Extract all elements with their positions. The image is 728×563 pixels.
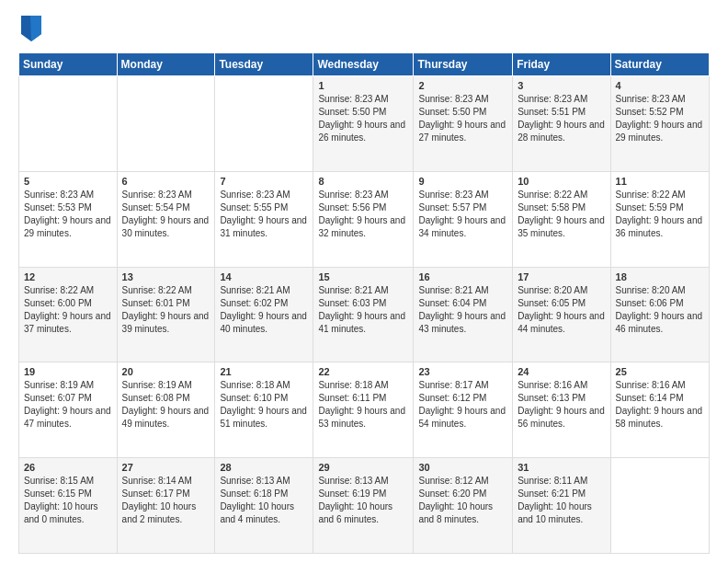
- day-cell: [215, 76, 313, 172]
- day-number: 13: [122, 271, 210, 282]
- day-info: Sunrise: 8:23 AMSunset: 5:54 PMDaylight:…: [122, 189, 210, 240]
- day-number: 23: [418, 366, 507, 377]
- day-number: 28: [220, 462, 308, 473]
- day-info: Sunrise: 8:14 AMSunset: 6:17 PMDaylight:…: [122, 475, 210, 526]
- day-number: 10: [518, 176, 605, 187]
- header: [18, 15, 710, 41]
- day-info: Sunrise: 8:23 AMSunset: 5:52 PMDaylight:…: [616, 93, 704, 144]
- day-number: 6: [122, 176, 210, 187]
- day-info: Sunrise: 8:19 AMSunset: 6:07 PMDaylight:…: [24, 379, 112, 431]
- day-info: Sunrise: 8:21 AMSunset: 6:02 PMDaylight:…: [220, 284, 308, 336]
- day-number: 19: [24, 366, 112, 377]
- day-number: 18: [616, 271, 704, 282]
- day-number: 14: [220, 271, 308, 282]
- day-cell: 30Sunrise: 8:12 AMSunset: 6:20 PMDayligh…: [414, 458, 513, 554]
- day-number: 8: [318, 176, 408, 187]
- day-info: Sunrise: 8:12 AMSunset: 6:20 PMDaylight:…: [418, 475, 507, 526]
- day-cell: 13Sunrise: 8:22 AMSunset: 6:01 PMDayligh…: [117, 267, 215, 362]
- day-info: Sunrise: 8:22 AMSunset: 6:01 PMDaylight:…: [122, 284, 210, 336]
- day-number: 2: [418, 80, 507, 91]
- day-info: Sunrise: 8:17 AMSunset: 6:12 PMDaylight:…: [418, 379, 507, 431]
- day-number: 17: [518, 271, 605, 282]
- day-info: Sunrise: 8:16 AMSunset: 6:14 PMDaylight:…: [616, 379, 704, 431]
- day-number: 4: [616, 80, 704, 91]
- week-row-3: 12Sunrise: 8:22 AMSunset: 6:00 PMDayligh…: [19, 267, 710, 362]
- day-number: 9: [418, 176, 507, 187]
- day-info: Sunrise: 8:18 AMSunset: 6:10 PMDaylight:…: [220, 379, 308, 431]
- day-info: Sunrise: 8:16 AMSunset: 6:13 PMDaylight:…: [518, 379, 605, 431]
- day-cell: 7Sunrise: 8:23 AMSunset: 5:55 PMDaylight…: [215, 171, 313, 267]
- day-info: Sunrise: 8:23 AMSunset: 5:53 PMDaylight:…: [24, 189, 112, 240]
- week-row-5: 26Sunrise: 8:15 AMSunset: 6:15 PMDayligh…: [19, 458, 710, 554]
- day-info: Sunrise: 8:22 AMSunset: 5:59 PMDaylight:…: [616, 189, 704, 240]
- day-info: Sunrise: 8:23 AMSunset: 5:55 PMDaylight:…: [220, 189, 308, 240]
- day-number: 29: [318, 462, 408, 473]
- day-cell: 2Sunrise: 8:23 AMSunset: 5:50 PMDaylight…: [414, 76, 513, 172]
- day-info: Sunrise: 8:20 AMSunset: 6:05 PMDaylight:…: [518, 284, 605, 336]
- day-info: Sunrise: 8:23 AMSunset: 5:51 PMDaylight:…: [518, 93, 605, 144]
- day-info: Sunrise: 8:19 AMSunset: 6:08 PMDaylight:…: [122, 379, 210, 431]
- day-cell: 31Sunrise: 8:11 AMSunset: 6:21 PMDayligh…: [513, 458, 610, 554]
- calendar-body: 1Sunrise: 8:23 AMSunset: 5:50 PMDaylight…: [19, 76, 710, 554]
- day-number: 7: [220, 176, 308, 187]
- weekday-header-wednesday: Wednesday: [313, 53, 414, 76]
- day-info: Sunrise: 8:13 AMSunset: 6:18 PMDaylight:…: [220, 475, 308, 526]
- day-number: 5: [24, 176, 112, 187]
- day-number: 3: [518, 80, 605, 91]
- day-cell: 21Sunrise: 8:18 AMSunset: 6:10 PMDayligh…: [215, 362, 313, 458]
- day-info: Sunrise: 8:13 AMSunset: 6:19 PMDaylight:…: [318, 475, 408, 526]
- day-cell: 3Sunrise: 8:23 AMSunset: 5:51 PMDaylight…: [513, 76, 610, 172]
- weekday-header-saturday: Saturday: [610, 53, 709, 76]
- day-cell: [610, 458, 709, 554]
- day-number: 11: [616, 176, 704, 187]
- day-info: Sunrise: 8:11 AMSunset: 6:21 PMDaylight:…: [518, 475, 605, 526]
- day-cell: [19, 76, 118, 172]
- day-cell: 29Sunrise: 8:13 AMSunset: 6:19 PMDayligh…: [313, 458, 414, 554]
- day-cell: 4Sunrise: 8:23 AMSunset: 5:52 PMDaylight…: [610, 76, 709, 172]
- day-info: Sunrise: 8:22 AMSunset: 5:58 PMDaylight:…: [518, 189, 605, 240]
- day-info: Sunrise: 8:22 AMSunset: 6:00 PMDaylight:…: [24, 284, 112, 336]
- day-info: Sunrise: 8:23 AMSunset: 5:50 PMDaylight:…: [418, 93, 507, 144]
- weekday-header-friday: Friday: [513, 53, 610, 76]
- day-number: 21: [220, 366, 308, 377]
- weekday-row: SundayMondayTuesdayWednesdayThursdayFrid…: [19, 53, 710, 76]
- day-number: 27: [122, 462, 210, 473]
- day-cell: 19Sunrise: 8:19 AMSunset: 6:07 PMDayligh…: [19, 362, 118, 458]
- day-info: Sunrise: 8:20 AMSunset: 6:06 PMDaylight:…: [616, 284, 704, 336]
- day-cell: 22Sunrise: 8:18 AMSunset: 6:11 PMDayligh…: [313, 362, 414, 458]
- day-info: Sunrise: 8:23 AMSunset: 5:56 PMDaylight:…: [318, 189, 408, 240]
- weekday-header-sunday: Sunday: [19, 53, 118, 76]
- day-number: 24: [518, 366, 605, 377]
- day-cell: 14Sunrise: 8:21 AMSunset: 6:02 PMDayligh…: [215, 267, 313, 362]
- day-cell: 16Sunrise: 8:21 AMSunset: 6:04 PMDayligh…: [414, 267, 513, 362]
- day-cell: 24Sunrise: 8:16 AMSunset: 6:13 PMDayligh…: [513, 362, 610, 458]
- day-number: 12: [24, 271, 112, 282]
- day-number: 22: [318, 366, 408, 377]
- day-cell: 28Sunrise: 8:13 AMSunset: 6:18 PMDayligh…: [215, 458, 313, 554]
- weekday-header-tuesday: Tuesday: [215, 53, 313, 76]
- day-number: 16: [418, 271, 507, 282]
- day-cell: 8Sunrise: 8:23 AMSunset: 5:56 PMDaylight…: [313, 171, 414, 267]
- day-info: Sunrise: 8:15 AMSunset: 6:15 PMDaylight:…: [24, 475, 112, 526]
- day-number: 26: [24, 462, 112, 473]
- day-cell: 23Sunrise: 8:17 AMSunset: 6:12 PMDayligh…: [414, 362, 513, 458]
- day-number: 15: [318, 271, 408, 282]
- day-number: 20: [122, 366, 210, 377]
- day-info: Sunrise: 8:21 AMSunset: 6:04 PMDaylight:…: [418, 284, 507, 336]
- calendar-table: SundayMondayTuesdayWednesdayThursdayFrid…: [18, 52, 710, 554]
- day-cell: 25Sunrise: 8:16 AMSunset: 6:14 PMDayligh…: [610, 362, 709, 458]
- day-cell: 1Sunrise: 8:23 AMSunset: 5:50 PMDaylight…: [313, 76, 414, 172]
- day-cell: 10Sunrise: 8:22 AMSunset: 5:58 PMDayligh…: [513, 171, 610, 267]
- day-cell: 17Sunrise: 8:20 AMSunset: 6:05 PMDayligh…: [513, 267, 610, 362]
- day-cell: 9Sunrise: 8:23 AMSunset: 5:57 PMDaylight…: [414, 171, 513, 267]
- day-cell: 20Sunrise: 8:19 AMSunset: 6:08 PMDayligh…: [117, 362, 215, 458]
- day-cell: 11Sunrise: 8:22 AMSunset: 5:59 PMDayligh…: [610, 171, 709, 267]
- day-number: 1: [318, 80, 408, 91]
- day-info: Sunrise: 8:21 AMSunset: 6:03 PMDaylight:…: [318, 284, 408, 336]
- day-cell: 5Sunrise: 8:23 AMSunset: 5:53 PMDaylight…: [19, 171, 118, 267]
- day-info: Sunrise: 8:18 AMSunset: 6:11 PMDaylight:…: [318, 379, 408, 431]
- day-number: 31: [518, 462, 605, 473]
- day-info: Sunrise: 8:23 AMSunset: 5:57 PMDaylight:…: [418, 189, 507, 240]
- svg-marker-1: [30, 16, 41, 41]
- logo: [18, 15, 41, 41]
